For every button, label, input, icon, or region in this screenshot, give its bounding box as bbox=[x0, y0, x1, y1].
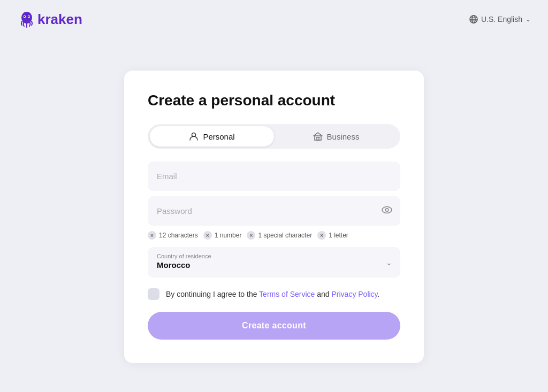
terms-checkbox[interactable] bbox=[148, 288, 159, 300]
req-12-chars: × 12 characters bbox=[148, 231, 198, 240]
country-value: Morocco bbox=[157, 260, 391, 270]
req-1-number: × 1 number bbox=[203, 231, 242, 240]
svg-point-16 bbox=[385, 208, 389, 211]
terms-between: and bbox=[315, 290, 331, 298]
logo-text: kraken bbox=[37, 11, 82, 28]
svg-point-3 bbox=[24, 16, 25, 18]
create-account-button[interactable]: Create account bbox=[148, 312, 400, 340]
terms-after: . bbox=[378, 290, 380, 298]
page-title: Create a personal account bbox=[148, 92, 400, 109]
svg-point-4 bbox=[28, 16, 29, 18]
req-1-number-label: 1 number bbox=[215, 232, 242, 239]
req-1-letter-label: 1 letter bbox=[329, 232, 348, 239]
password-requirements: × 12 characters × 1 number × 1 special c… bbox=[148, 231, 400, 240]
req-x-icon: × bbox=[148, 231, 156, 240]
privacy-policy-link[interactable]: Privacy Policy bbox=[331, 290, 377, 298]
email-input[interactable] bbox=[148, 162, 400, 191]
req-x-icon: × bbox=[247, 231, 255, 240]
person-icon bbox=[189, 132, 199, 141]
svg-rect-11 bbox=[315, 136, 321, 140]
chevron-down-icon: ⌄ bbox=[386, 258, 392, 267]
account-type-toggle: Personal Business bbox=[148, 124, 400, 149]
req-12-chars-label: 12 characters bbox=[159, 232, 198, 239]
tab-personal[interactable]: Personal bbox=[150, 126, 274, 147]
chevron-down-icon: ⌄ bbox=[526, 16, 531, 23]
header: kraken U.S. English ⌄ bbox=[0, 0, 548, 39]
req-x-icon: × bbox=[203, 231, 212, 240]
terms-row: By continuing I agree to the Terms of Se… bbox=[148, 288, 400, 300]
req-special-char: × 1 special character bbox=[247, 231, 312, 240]
password-input[interactable] bbox=[148, 196, 400, 226]
globe-icon bbox=[469, 15, 478, 24]
tab-personal-label: Personal bbox=[203, 132, 234, 141]
tab-business-label: Business bbox=[327, 132, 360, 141]
building-icon bbox=[313, 132, 323, 141]
terms-before: By continuing I agree to the bbox=[166, 290, 259, 298]
req-1-letter: × 1 letter bbox=[317, 231, 348, 240]
country-label: Country of residence bbox=[157, 253, 391, 259]
req-x-icon: × bbox=[317, 231, 326, 240]
svg-point-0 bbox=[21, 12, 32, 24]
req-special-char-label: 1 special character bbox=[258, 232, 312, 239]
language-label: U.S. English bbox=[481, 15, 522, 24]
svg-point-15 bbox=[382, 206, 392, 213]
terms-text: By continuing I agree to the Terms of Se… bbox=[166, 290, 379, 298]
logo: kraken bbox=[17, 10, 82, 29]
main-content: Create a personal account Personal bbox=[0, 39, 548, 363]
show-password-icon[interactable] bbox=[381, 204, 393, 218]
logo-icon bbox=[17, 10, 36, 29]
password-wrapper bbox=[148, 196, 400, 226]
language-selector[interactable]: U.S. English ⌄ bbox=[469, 15, 531, 24]
tab-business[interactable]: Business bbox=[274, 126, 398, 147]
signup-card: Create a personal account Personal bbox=[124, 71, 424, 363]
terms-of-service-link[interactable]: Terms of Service bbox=[259, 290, 315, 298]
svg-rect-12 bbox=[317, 137, 319, 140]
country-selector[interactable]: Country of residence Morocco ⌄ bbox=[148, 247, 400, 278]
